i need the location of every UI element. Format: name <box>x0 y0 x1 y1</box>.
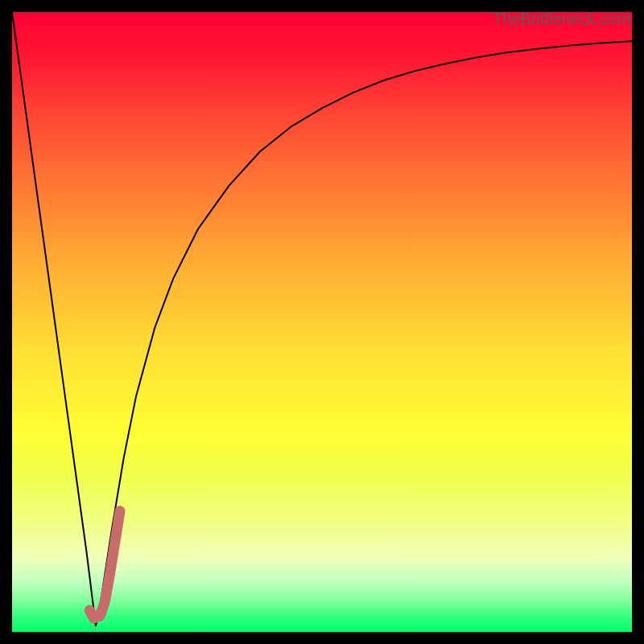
plot-area: TheBottleneck.com <box>12 12 632 632</box>
series-highlight-segment <box>89 511 120 618</box>
series-bottleneck-curve <box>12 12 632 625</box>
chart-svg <box>12 12 632 632</box>
chart-container: TheBottleneck.com <box>0 0 644 644</box>
